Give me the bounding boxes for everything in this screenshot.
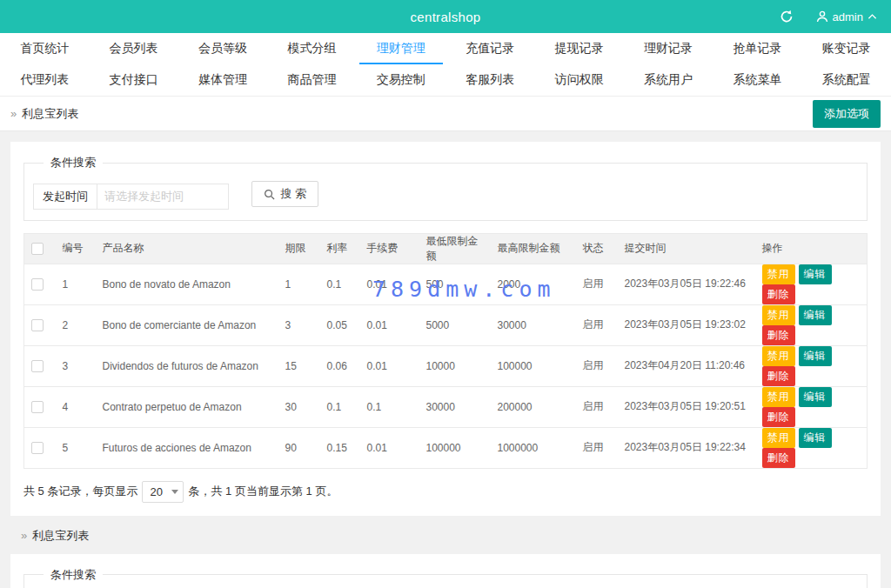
table-cell: Bono de novato de Amazon: [96, 264, 278, 304]
breadcrumb-bar: »利息宝列表 添加选项: [0, 97, 891, 131]
table-cell: 30000: [419, 386, 491, 427]
disable-button[interactable]: 禁用: [762, 387, 795, 407]
select-all-checkbox[interactable]: [31, 243, 44, 255]
page-size-wrapper: 20: [142, 481, 184, 503]
table-cell: Bono de comerciante de Amazon: [96, 304, 278, 345]
table-cell: 500: [419, 264, 491, 304]
table-cell: 0.01: [360, 264, 419, 304]
table-cell: 0.1: [320, 386, 360, 427]
table-cell: 0.1: [360, 386, 419, 427]
nav-item[interactable]: 访问权限: [534, 64, 623, 96]
search-icon: [264, 189, 275, 200]
table-row: 5Futuros de acciones de Amazon900.150.01…: [24, 427, 868, 468]
page-size-select[interactable]: 20: [142, 481, 184, 503]
breadcrumb: »利息宝列表: [10, 106, 78, 122]
nav-item[interactable]: 账变记录: [802, 33, 891, 64]
row-checkbox[interactable]: [31, 401, 44, 413]
table-cell: 启用: [576, 345, 618, 386]
delete-button[interactable]: 删除: [762, 366, 795, 386]
topbar-right: admin: [780, 10, 891, 23]
table-cell: 0.06: [320, 345, 360, 386]
nav-item[interactable]: 抢单记录: [713, 33, 801, 64]
column-header: 最高限制金额: [491, 233, 576, 264]
edit-button[interactable]: 编辑: [799, 305, 832, 325]
table-cell: 5000: [419, 304, 491, 345]
edit-button[interactable]: 编辑: [799, 387, 832, 407]
nav-item[interactable]: 代理列表: [0, 64, 89, 96]
delete-button[interactable]: 删除: [762, 325, 795, 345]
nav-item[interactable]: 会员列表: [89, 33, 178, 64]
table-cell: 启用: [576, 304, 618, 345]
table-cell: 0.01: [360, 427, 419, 468]
nav-item[interactable]: 充值记录: [446, 33, 534, 64]
page-title: 利息宝列表: [22, 107, 78, 120]
nav-item[interactable]: 系统用户: [624, 64, 713, 96]
table-cell: 0.15: [320, 427, 360, 468]
column-header: 编号: [56, 233, 96, 264]
table-cell: Dividendos de futuros de Amazon: [96, 345, 278, 386]
table-cell: 2023年03月05日 19:23:02: [618, 304, 755, 345]
nav-item[interactable]: 会员等级: [178, 33, 267, 64]
pagination: 共 5 条记录，每页显示 20 条，共 1 页当前显示第 1 页。: [23, 481, 868, 503]
start-time-input[interactable]: [97, 184, 229, 210]
delete-button[interactable]: 删除: [762, 407, 795, 427]
table-cell: 3: [56, 345, 96, 386]
column-header: 状态: [576, 233, 618, 264]
column-header: 最低限制金额: [419, 233, 491, 264]
nav-item[interactable]: 系统菜单: [713, 64, 801, 96]
nav-item[interactable]: 系统配置: [802, 64, 891, 96]
refresh-icon[interactable]: [780, 10, 794, 23]
nav-item[interactable]: 理财记录: [624, 33, 713, 64]
breadcrumb-2: »利息宝列表: [10, 516, 881, 554]
table-row: 2Bono de comerciante de Amazon30.050.015…: [24, 304, 868, 345]
table-cell: 2: [56, 304, 96, 345]
edit-button[interactable]: 编辑: [799, 346, 832, 366]
delete-button[interactable]: 删除: [762, 448, 795, 468]
user-menu[interactable]: admin: [816, 10, 877, 23]
actions-cell: 禁用编辑删除: [755, 386, 868, 427]
start-time-group: 发起时间: [33, 184, 229, 210]
disable-button[interactable]: 禁用: [762, 305, 795, 325]
actions-cell: 禁用编辑删除: [755, 427, 868, 468]
nav-item[interactable]: 支付接口: [89, 64, 178, 96]
nav-item[interactable]: 模式分组: [267, 33, 356, 64]
actions-cell: 禁用编辑删除: [755, 264, 868, 304]
search-fieldset-1: 条件搜索 发起时间 搜 索: [23, 155, 868, 221]
row-checkbox[interactable]: [31, 319, 44, 331]
nav-item[interactable]: 客服列表: [446, 64, 534, 96]
table-cell: 10000: [419, 345, 491, 386]
start-time-label: 发起时间: [33, 184, 97, 210]
disable-button[interactable]: 禁用: [762, 346, 795, 366]
nav-item[interactable]: 首页统计: [0, 33, 89, 64]
row-checkbox[interactable]: [31, 360, 44, 372]
edit-button[interactable]: 编辑: [799, 264, 832, 284]
add-option-button[interactable]: 添加选项: [813, 100, 881, 128]
nav-item[interactable]: 提现记录: [534, 33, 623, 64]
search-button-1[interactable]: 搜 索: [251, 181, 318, 207]
user-icon: [816, 10, 828, 23]
search-legend-1: 条件搜索: [44, 155, 103, 170]
edit-button[interactable]: 编辑: [799, 428, 832, 448]
search-fieldset-2: 条件搜索 用户名称 发起时间 类型 所有类型 搜 索: [23, 567, 868, 588]
table-cell: 5: [56, 427, 96, 468]
nav-item[interactable]: 理财管理: [357, 33, 446, 64]
table-row: 3Dividendos de futuros de Amazon150.060.…: [24, 345, 868, 386]
column-header: 期限: [278, 233, 320, 264]
table-cell: 0.01: [360, 345, 419, 386]
delete-button[interactable]: 删除: [762, 284, 795, 304]
nav-item[interactable]: 商品管理: [267, 64, 356, 96]
disable-button[interactable]: 禁用: [762, 428, 795, 448]
table-cell: 0.01: [360, 304, 419, 345]
table-cell: 2023年03月05日 19:20:51: [618, 386, 755, 427]
row-checkbox[interactable]: [31, 278, 44, 291]
breadcrumb-2-marker: »: [21, 529, 27, 542]
nav-item[interactable]: 媒体管理: [178, 64, 267, 96]
table-cell: 2023年03月05日 19:22:34: [618, 427, 755, 468]
nav-item[interactable]: 交易控制: [357, 64, 446, 96]
table-cell: 启用: [576, 264, 618, 304]
app-title: centralshop: [411, 10, 481, 24]
disable-button[interactable]: 禁用: [762, 264, 795, 284]
product-list-card: 条件搜索 发起时间 搜 索 编号产品名称期限利率手续费最低限制金额最高限制金额状…: [10, 142, 881, 516]
row-checkbox[interactable]: [31, 442, 44, 454]
table-body: 1Bono de novato de Amazon10.10.015002000…: [24, 264, 868, 468]
